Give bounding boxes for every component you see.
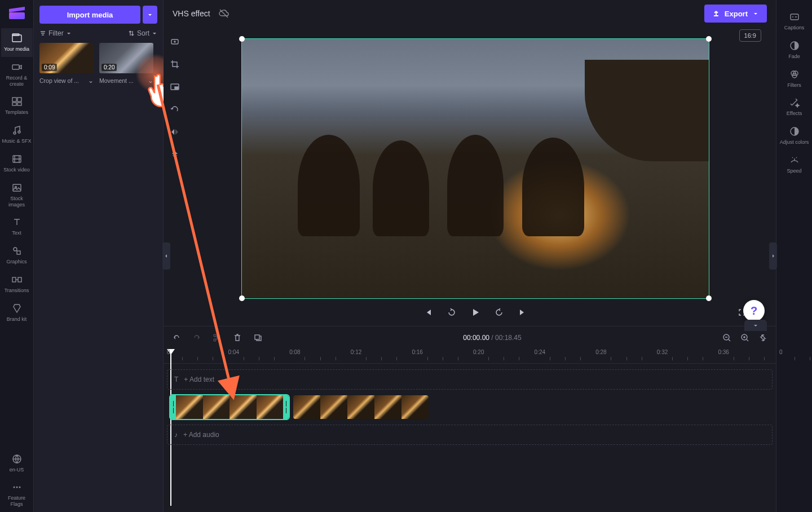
ruler-mark: 0 [167,349,170,355]
timeline: 00:00.00 / 00:18.45 00:040:080:120:160:2… [164,326,776,512]
resize-handle[interactable] [706,36,712,42]
chevron-down-icon[interactable]: ⌄ [148,77,153,85]
video-clip[interactable] [293,395,429,419]
sidebar-item-brand-kit[interactable]: Brand kit [1,298,33,327]
delete-button[interactable] [232,333,242,343]
timecode-total: 00:18.45 [495,334,522,342]
sidebar-item-fade[interactable]: Fade [778,36,811,64]
collapse-right-panel-button[interactable] [769,242,777,270]
speed-icon [789,155,800,166]
project-title[interactable]: VHS effect [173,9,210,18]
sidebar-item-stock-images[interactable]: Stock images [1,178,33,213]
sidebar-label: Stock images [2,196,32,208]
ruler-mark: 0 [779,349,783,355]
main-area: VHS effect Export 16:9 [164,0,776,512]
zoom-fit-button[interactable] [758,333,768,343]
split-button[interactable] [212,333,222,343]
thumbnail-duration: 0:09 [42,64,57,71]
preview-canvas[interactable] [241,38,709,299]
crop-button[interactable] [168,58,182,71]
sidebar-item-record[interactable]: Record & create [1,57,33,92]
add-text-label: + Add text [184,376,214,383]
preview-toolbar [164,27,186,326]
sidebar-item-speed[interactable]: Speed [778,150,811,179]
sidebar-item-graphics[interactable]: Graphics [1,241,33,270]
templates-icon [11,96,23,107]
audio-track[interactable]: ♪ + Add audio [167,425,773,445]
clip-handle-right[interactable] [283,395,289,419]
rewind-button[interactable] [446,307,457,318]
chevron-down-icon [752,10,759,17]
skip-end-button[interactable] [517,307,528,318]
video-clip-selected[interactable] [170,395,289,419]
flip-vertical-button[interactable] [168,148,182,161]
zoom-in-button[interactable] [740,333,750,343]
media-thumb[interactable]: 0:09 Crop view of ...⌄ [39,43,94,85]
help-button[interactable]: ? [743,300,765,321]
rotate-button[interactable] [168,103,182,116]
sort-label: Sort [137,29,149,37]
import-media-dropdown[interactable] [143,6,157,24]
svg-rect-5 [17,98,21,101]
sidebar-item-transitions[interactable]: Transitions [1,270,33,298]
sidebar-item-text[interactable]: Text [1,212,33,241]
left-sidebar: Your media Record & create Templates Mus… [0,0,34,512]
app-logo[interactable] [8,5,26,20]
svg-rect-1 [12,35,21,42]
chevron-down-icon[interactable]: ⌄ [88,77,94,85]
sidebar-item-filters[interactable]: Filters [778,64,811,93]
sidebar-item-stock-video[interactable]: Stock video [1,149,33,178]
undo-button[interactable] [171,333,182,343]
clip-handle-left[interactable] [170,395,176,419]
text-track[interactable]: T + Add text [167,369,773,390]
thumbnail-duration: 0:20 [102,64,117,71]
video-track[interactable] [167,394,773,420]
filter-icon [39,30,46,37]
duplicate-button[interactable] [253,333,263,343]
music-icon: ♪ [174,431,178,439]
sidebar-label: Adjust colors [780,139,809,145]
ruler-mark: 0:20 [473,349,484,355]
redo-button[interactable] [192,333,202,343]
sidebar-item-feature-flags[interactable]: Feature Flags [1,477,33,512]
ruler-mark: 0:12 [351,349,361,355]
filter-label: Filter [48,29,64,37]
sidebar-item-effects[interactable]: Effects [778,92,811,121]
sidebar-item-music[interactable]: Music & SFX [1,120,33,149]
sidebar-item-templates[interactable]: Templates [1,91,33,120]
forward-button[interactable] [493,307,505,318]
resize-handle[interactable] [239,36,245,42]
play-button[interactable] [470,307,481,318]
sidebar-item-captions[interactable]: Captions [778,7,811,36]
cloud-off-icon[interactable] [218,8,230,19]
pip-button[interactable] [168,80,182,94]
fit-button[interactable] [168,35,182,48]
ruler-mark: 0:32 [657,349,668,355]
aspect-ratio-badge[interactable]: 16:9 [739,29,761,42]
sidebar-label: Effects [787,111,802,117]
ruler-mark: 0:04 [228,349,239,355]
timeline-toolbar: 00:00.00 / 00:18.45 [164,326,776,349]
playback-controls [186,299,765,326]
collapse-left-panel-button[interactable] [162,242,170,270]
export-button[interactable]: Export [704,5,767,23]
sidebar-item-adjust-colors[interactable]: Adjust colors [778,121,811,150]
collapse-timeline-button[interactable] [744,320,767,331]
filter-button[interactable]: Filter [39,29,72,37]
add-audio-label: + Add audio [183,431,219,439]
sort-button[interactable]: Sort [128,29,157,37]
sidebar-label: Captions [784,25,805,31]
captions-icon [789,11,800,23]
import-media-button[interactable]: Import media [39,6,140,24]
filters-icon [789,69,800,80]
sidebar-label: Text [12,230,21,236]
flip-horizontal-button[interactable] [168,125,182,139]
sidebar-item-your-media[interactable]: Your media [1,28,33,57]
sidebar-item-locale[interactable]: en-US [1,449,33,478]
media-thumb[interactable]: 0:20 Movement ...⌄ [99,43,153,85]
sidebar-label: Speed [787,168,801,174]
skip-start-button[interactable] [422,307,434,318]
zoom-out-button[interactable] [722,333,732,343]
timeline-ruler[interactable]: 00:040:080:120:160:200:240:280:320:360 [164,349,776,364]
svg-point-8 [14,132,16,134]
